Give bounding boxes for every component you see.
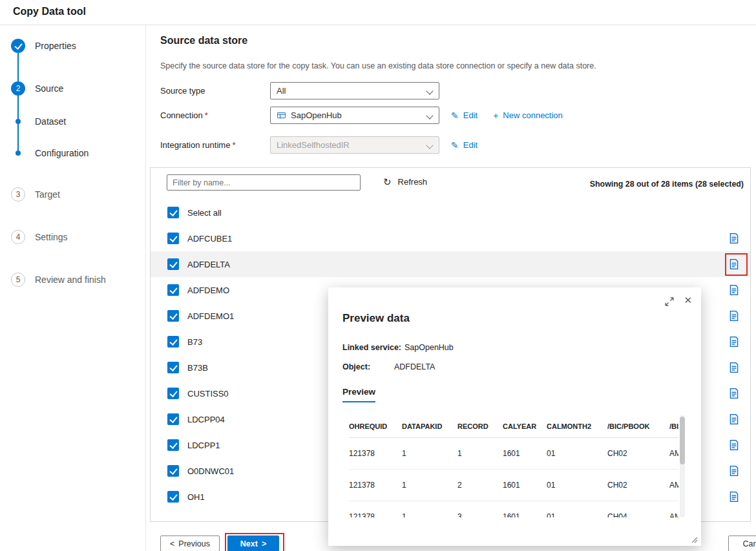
table-cell: 1601: [503, 470, 547, 501]
tab-preview[interactable]: Preview: [342, 387, 375, 402]
table-cell: CH02: [607, 438, 669, 470]
row-checkbox[interactable]: [167, 258, 179, 270]
row-checkbox[interactable]: [167, 233, 179, 244]
table-cell: 121378: [349, 470, 402, 501]
table-cell: 01: [547, 501, 607, 518]
table-cell: 1: [457, 438, 503, 470]
table-cell: AM: [669, 470, 678, 501]
connection-value: SapOpenHub: [291, 110, 342, 120]
edit-link-label: Edit: [463, 140, 478, 150]
next-button[interactable]: Next >: [227, 535, 279, 551]
edit-runtime-link[interactable]: ✎ Edit: [451, 140, 478, 150]
new-connection-link[interactable]: + New connection: [493, 110, 563, 120]
page-description: Specify the source data store for the co…: [160, 61, 596, 70]
step-dataset[interactable]: Dataset: [0, 114, 66, 129]
row-checkbox[interactable]: [167, 491, 179, 503]
filter-input[interactable]: [167, 174, 361, 191]
preview-table-viewport: OHREQUID DATAPAKID RECORD CALYEAR CALMON…: [335, 415, 678, 517]
connection-actions: ✎ Edit + New connection: [451, 107, 563, 124]
column-header: CALYEAR: [503, 415, 547, 438]
source-type-dropdown[interactable]: All: [270, 82, 439, 99]
list-item-selected[interactable]: ADFDELTA: [151, 251, 750, 277]
preview-data-icon[interactable]: [728, 388, 740, 399]
preview-data-icon[interactable]: [728, 310, 740, 322]
list-item-label: LDCPP04: [187, 415, 225, 424]
resize-handle-icon[interactable]: [691, 536, 698, 543]
preview-data-icon[interactable]: [728, 465, 740, 477]
label-text: Connection: [160, 110, 203, 120]
select-all-row[interactable]: Select all: [151, 200, 750, 225]
row-checkbox[interactable]: [167, 310, 179, 322]
column-header: DATAPAKID: [402, 415, 457, 438]
list-item-label: ADFCUBE1: [187, 234, 232, 244]
preview-data-icon[interactable]: [728, 336, 740, 348]
list-item[interactable]: ADFCUBE1: [151, 225, 750, 251]
close-icon[interactable]: ✕: [684, 295, 692, 306]
table-header-row: OHREQUID DATAPAKID RECORD CALYEAR CALMON…: [349, 415, 678, 438]
list-item-label: ADFDELTA: [187, 260, 230, 269]
cancel-button-label: Cancel: [743, 539, 756, 548]
preview-data-dialog: ✕ Preview data Linked service: SapOpenHu…: [328, 287, 701, 546]
step-configuration[interactable]: Configuration: [0, 145, 89, 161]
substep-dot-icon: [16, 119, 21, 124]
copy-data-tool-page: Copy Data tool Properties 2 Source Datas…: [0, 0, 756, 551]
list-item-label: OH1: [187, 492, 205, 502]
table-row: 121378 1 3 1601 01 CH04 AM: [349, 501, 678, 518]
label-text: Source type: [160, 86, 205, 96]
step-label: Dataset: [35, 116, 66, 127]
row-checkbox[interactable]: [167, 465, 179, 477]
row-checkbox[interactable]: [167, 439, 179, 451]
table-cell: 1: [402, 470, 457, 501]
step-settings[interactable]: 4 Settings: [0, 229, 68, 245]
preview-data-icon[interactable]: [728, 413, 740, 425]
list-item-label: ADFDEMO: [187, 286, 229, 295]
step-completed-icon: [11, 39, 25, 53]
select-all-checkbox[interactable]: [167, 207, 179, 218]
step-review-and-finish[interactable]: 5 Review and finish: [0, 272, 106, 287]
chevron-right-icon: >: [262, 539, 266, 548]
edit-connection-link[interactable]: ✎ Edit: [451, 110, 478, 120]
row-checkbox[interactable]: [167, 362, 179, 373]
next-button-label: Next: [240, 539, 258, 548]
step-properties[interactable]: Properties: [0, 38, 76, 54]
column-header: /BIC/PBOOK: [607, 415, 669, 438]
previous-button-label: Previous: [178, 539, 210, 548]
cancel-button[interactable]: Cancel: [728, 535, 756, 551]
check-icon: [169, 286, 177, 294]
refresh-button[interactable]: ↻ Refresh: [383, 177, 427, 187]
expand-icon[interactable]: [665, 297, 674, 306]
connection-dropdown[interactable]: SapOpenHub: [270, 107, 439, 124]
row-checkbox[interactable]: [167, 336, 179, 348]
preview-data-icon[interactable]: [728, 362, 740, 373]
wizard-sidebar: Properties 2 Source Dataset Configuratio…: [0, 25, 146, 551]
previous-button[interactable]: < Previous: [160, 535, 220, 551]
pencil-icon: ✎: [451, 111, 459, 120]
row-checkbox[interactable]: [167, 284, 179, 296]
integration-runtime-label: Integration runtime*: [160, 140, 235, 150]
app-header: Copy Data tool: [0, 0, 756, 25]
select-all-label: Select all: [187, 208, 222, 218]
step-target[interactable]: 3 Target: [0, 187, 60, 202]
check-icon: [169, 208, 177, 216]
preview-data-icon[interactable]: [728, 284, 740, 296]
list-item-label: B73B: [187, 363, 208, 373]
preview-data-icon[interactable]: [728, 258, 740, 270]
preview-data-icon[interactable]: [728, 439, 740, 451]
object-value: ADFDELTA: [394, 362, 435, 371]
app-title: Copy Data tool: [13, 6, 86, 17]
list-item-label: O0DNWC01: [187, 466, 234, 476]
linked-service-row: Linked service: SapOpenHub: [342, 343, 454, 352]
step-source[interactable]: 2 Source: [0, 81, 63, 96]
new-connection-label: New connection: [503, 110, 563, 120]
table-cell: 01: [547, 438, 607, 470]
pencil-icon: ✎: [451, 141, 459, 150]
scrollbar-thumb[interactable]: [680, 417, 685, 464]
dialog-title: Preview data: [342, 312, 410, 325]
table-cell: 1601: [503, 438, 547, 470]
preview-data-icon[interactable]: [728, 491, 740, 503]
check-icon: [14, 41, 22, 50]
preview-data-icon[interactable]: [728, 233, 740, 244]
row-checkbox[interactable]: [167, 413, 179, 425]
row-checkbox[interactable]: [167, 388, 179, 399]
table-scrollbar[interactable]: [680, 415, 685, 517]
